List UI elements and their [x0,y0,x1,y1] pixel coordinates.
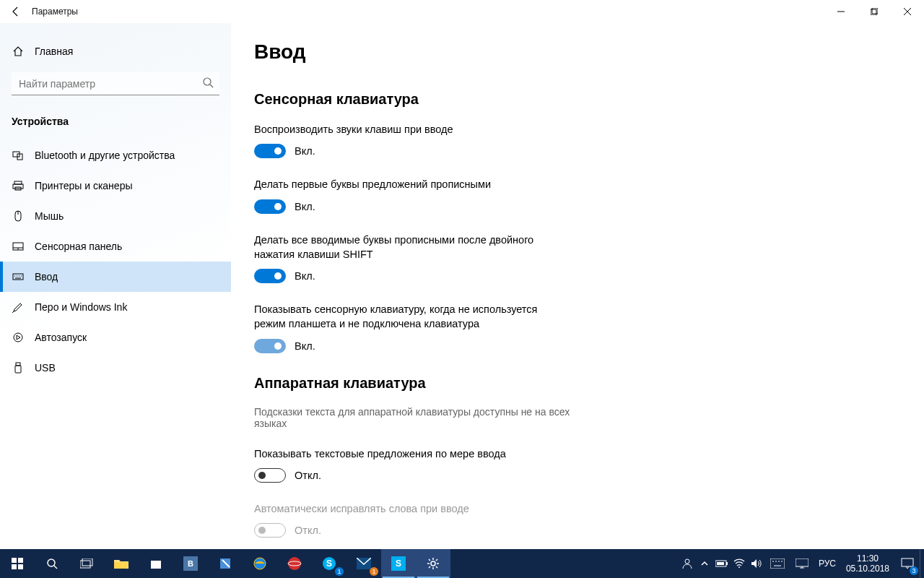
svg-rect-62 [902,558,913,566]
taskbar-app-settings[interactable] [416,549,450,578]
tray-clock[interactable]: 11:30 05.10.2018 [840,553,895,574]
taskbar-app-skype[interactable]: S 1 [312,549,346,578]
back-button[interactable] [6,0,26,23]
taskbar-search-button[interactable] [35,549,69,578]
sidebar-item-typing[interactable]: Ввод [0,262,231,292]
tray-time: 11:30 [846,553,889,564]
search-input[interactable] [12,72,219,95]
toggle-state: Вкл. [295,270,315,282]
search-box [12,72,219,95]
toggle-capitalize-sentence[interactable] [254,199,286,214]
sidebar-item-touchpad[interactable]: Сенсорная панель [0,231,231,262]
printer-icon [12,179,25,192]
setting-label: Воспроизводить звуки клавиш при вводе [254,122,572,137]
section-touch-keyboard-title: Сенсорная клавиатура [254,91,901,108]
taskbar-app-satellite[interactable] [277,549,312,578]
setting-label: Автоматически исправлять слова при вводе [254,501,572,516]
maximize-icon [871,8,878,15]
sidebar: Главная Устройства Bluetooth и другие ус… [0,23,231,549]
taskbar-app-skype2[interactable]: S [381,549,416,578]
window-controls [824,0,924,23]
skype-icon: S [391,556,406,571]
svg-line-6 [210,85,213,87]
setting-label: Показывать текстовые предложения по мере… [254,447,572,461]
windows-icon [12,558,23,569]
tray-volume[interactable] [748,549,765,578]
taskbar-app-mail[interactable]: 1 [346,549,381,578]
svg-rect-24 [16,363,20,366]
store-icon [149,557,162,570]
internet-explorer-icon [253,556,267,571]
notification-badge: 3 [910,566,918,575]
taskbar-app-vk[interactable]: B [173,549,208,578]
sidebar-item-mouse[interactable]: Мышь [0,201,231,231]
tray-wifi[interactable] [731,549,748,578]
svg-point-52 [738,566,740,568]
skype-badge: 1 [335,567,344,576]
notes-icon [219,557,232,570]
svg-point-30 [48,559,55,566]
svg-line-31 [54,566,57,569]
setting-label: Делать все вводимые буквы прописными пос… [254,233,572,262]
svg-rect-34 [151,561,161,569]
svg-rect-50 [726,562,728,565]
people-icon [681,558,693,569]
svg-rect-9 [14,181,22,184]
setting-autocorrect: Автоматически исправлять слова при вводе… [254,501,572,538]
taskbar-app-notes[interactable] [208,549,243,578]
tray-show-hidden[interactable] [696,549,713,578]
toggle-key-sounds[interactable] [254,144,286,158]
taskbar-app-explorer[interactable] [104,549,139,578]
sidebar-item-printers[interactable]: Принтеры и сканеры [0,171,231,201]
taskbar-app-ie[interactable] [243,549,277,578]
start-button[interactable] [0,549,35,578]
toggle-double-shift-caps[interactable] [254,269,286,283]
sidebar-item-usb[interactable]: USB [0,353,231,383]
toggle-text-suggestions[interactable] [254,468,286,483]
window-title: Параметры [32,7,78,17]
maximize-button[interactable] [858,0,891,23]
svg-rect-17 [13,274,23,280]
chevron-up-icon [700,559,709,568]
project-icon [796,558,808,569]
tray-language[interactable]: РУС [814,558,840,569]
toggle-state: Откл. [295,470,321,481]
tray-action-center[interactable]: 3 [895,549,920,578]
svg-rect-2 [872,8,878,14]
minimize-button[interactable] [824,0,858,23]
skype-icon: S [322,556,336,571]
tray-project[interactable] [790,549,814,578]
taskbar-app-store[interactable] [139,549,173,578]
close-button[interactable] [891,0,924,23]
home-nav[interactable]: Главная [0,38,231,65]
satellite-icon [287,556,302,571]
toggle-show-touch-keyboard[interactable] [254,339,286,353]
svg-rect-10 [13,184,23,189]
task-view-button[interactable] [69,549,104,578]
page-title: Ввод [254,40,901,64]
show-desktop-button[interactable] [920,549,924,578]
svg-point-47 [431,561,435,566]
toggle-state: Откл. [295,525,321,536]
taskbar: B S 1 1 S [0,549,924,578]
setting-label: Показывать сенсорную клавиатуру, когда н… [254,302,572,332]
svg-text:S: S [396,558,401,569]
sidebar-item-pen[interactable]: Перо и Windows Ink [0,292,231,322]
sidebar-item-bluetooth[interactable]: Bluetooth и другие устройства [0,140,231,171]
search-icon [46,558,58,569]
toggle-state: Вкл. [295,201,315,212]
svg-point-48 [685,559,689,564]
svg-point-23 [14,333,22,342]
sidebar-item-autoplay[interactable]: Автозапуск [0,322,231,353]
main-content: Ввод Сенсорная клавиатура Воспроизводить… [231,23,924,549]
setting-text-suggestions: Показывать текстовые предложения по мере… [254,447,572,483]
tray-touch-keyboard[interactable] [765,549,790,578]
devices-icon [12,149,25,162]
sidebar-item-label: Ввод [35,271,219,282]
tray-people[interactable] [679,549,696,578]
touchpad-icon [12,240,25,253]
tray-battery[interactable] [713,549,731,578]
usb-icon [12,361,25,374]
wifi-icon [733,558,745,569]
svg-rect-51 [717,562,724,565]
